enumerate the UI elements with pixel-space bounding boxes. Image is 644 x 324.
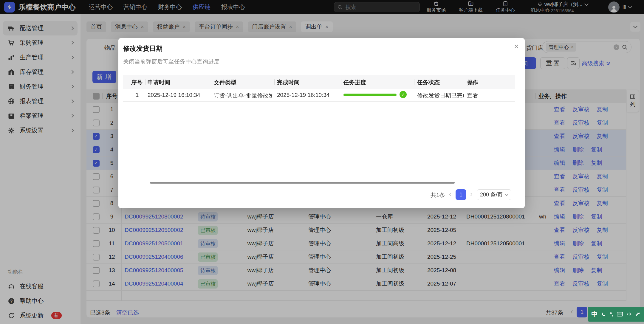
task-status: 修改发货日期已完成	[417, 92, 464, 100]
page-number-button[interactable]: 1	[456, 189, 466, 200]
dialog-total-count: 共1条	[431, 191, 445, 199]
close-icon[interactable]: ×	[514, 42, 519, 51]
horizontal-scrollbar[interactable]	[150, 182, 455, 184]
wrench-icon[interactable]	[635, 311, 640, 317]
ime-toolbar: 中 °,	[588, 307, 644, 322]
moon-icon[interactable]	[601, 311, 606, 317]
prev-page-button[interactable]: ‹	[449, 190, 451, 198]
col-header-apply-time: 申请时间	[148, 79, 170, 86]
move-icon[interactable]	[626, 311, 632, 317]
row-divider	[123, 101, 515, 102]
keyboard-icon[interactable]	[617, 312, 623, 317]
task-finish-time: 2025-12-19 16:10:34	[277, 92, 329, 98]
col-header-file-type: 文件类型	[214, 79, 236, 86]
ime-punct-toggle[interactable]: °,	[610, 311, 614, 317]
ime-lang-toggle[interactable]: 中	[592, 310, 598, 318]
col-header-finish-time: 完成时间	[277, 79, 300, 86]
dialog-table-header	[123, 75, 515, 89]
task-apply-time: 2025-12-19 16:10:34	[148, 92, 200, 98]
col-header-seq: 序号	[131, 79, 143, 86]
dialog-title: 修改发货日期	[123, 44, 162, 53]
progress-bar	[343, 94, 397, 96]
task-view-link[interactable]: 查看	[467, 92, 478, 100]
next-page-button[interactable]: ›	[470, 190, 473, 198]
dialog-subtitle: 关闭当前弹窗后可至任务中心查询进度	[123, 58, 219, 66]
task-seq: 1	[131, 92, 143, 98]
chevron-down-icon	[504, 192, 509, 196]
page-size-select[interactable]: 200 条/页	[477, 189, 511, 200]
modify-ship-date-dialog: 修改发货日期 × 关闭当前弹窗后可至任务中心查询进度 序号 申请时间 文件类型 …	[118, 38, 525, 208]
task-file-type: 订货-调出单-批量修改发货日期	[214, 92, 272, 100]
col-header-progress: 任务进度	[343, 79, 366, 86]
col-header-status: 任务状态	[417, 79, 440, 86]
check-circle-icon: ✓	[400, 91, 407, 98]
col-header-action: 操作	[467, 79, 478, 86]
